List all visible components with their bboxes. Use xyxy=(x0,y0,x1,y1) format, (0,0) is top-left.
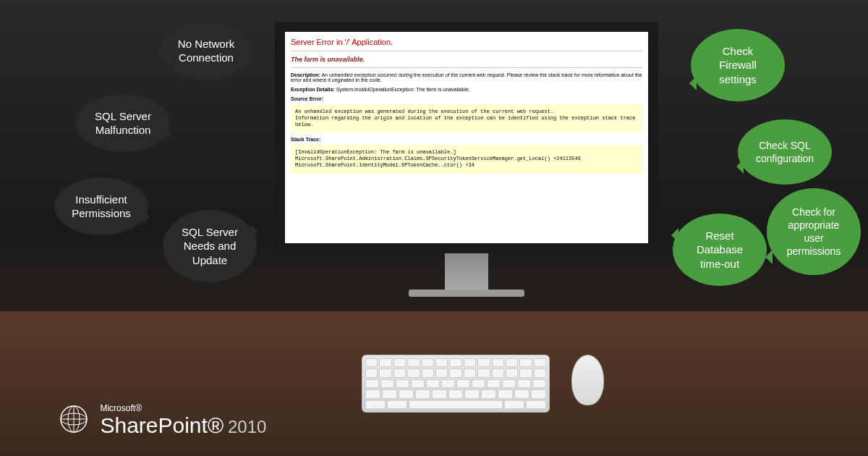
logo-company: Microsoft® xyxy=(100,403,266,413)
sharepoint-logo: Microsoft® SharePoint®2010 xyxy=(58,403,266,438)
error-screen: Server Error in '/' Application. The far… xyxy=(275,22,658,253)
sharepoint-icon xyxy=(58,403,90,438)
logo-year: 2010 xyxy=(228,417,266,436)
solution-bubble-firewall: Check Firewall settings xyxy=(691,29,785,101)
keyboard xyxy=(362,355,550,413)
solution-bubble-timeout: Reset Database time-out xyxy=(673,214,767,286)
cause-bubble-network: No Network Connection xyxy=(159,22,253,80)
monitor-stand xyxy=(445,253,488,290)
exception-label: Exception Details: xyxy=(291,87,335,92)
error-title: Server Error in '/' Application. xyxy=(291,38,642,51)
error-subtitle: The farm is unavailable. xyxy=(291,51,642,68)
description-text: An unhandled exception occurred during t… xyxy=(291,72,642,83)
exception-text: System.InvalidOperationException: The fa… xyxy=(336,87,470,92)
source-error-label: Source Error: xyxy=(291,96,642,101)
solution-bubble-permissions: Check for appropriate user permissions xyxy=(767,188,861,275)
cause-bubble-sql-update: SQL Server Needs and Update xyxy=(163,210,257,282)
source-error-block: An unhandled exception was generated dur… xyxy=(291,104,642,132)
mouse xyxy=(571,355,604,405)
stack-trace-label: Stack Trace: xyxy=(291,137,642,142)
stack-trace-block: [InvalidOperationException: The farm is … xyxy=(291,145,642,173)
monitor-base xyxy=(409,290,524,297)
logo-product: SharePoint® xyxy=(100,413,224,437)
monitor: Server Error in '/' Application. The far… xyxy=(275,22,658,297)
description-label: Description: xyxy=(291,72,320,77)
cause-bubble-sql-malfunction: SQL Server Malfunction xyxy=(76,94,170,152)
cause-bubble-permissions: Insufficient Permissions xyxy=(54,177,148,235)
solution-bubble-sql-config: Check SQL configuration xyxy=(738,119,832,185)
